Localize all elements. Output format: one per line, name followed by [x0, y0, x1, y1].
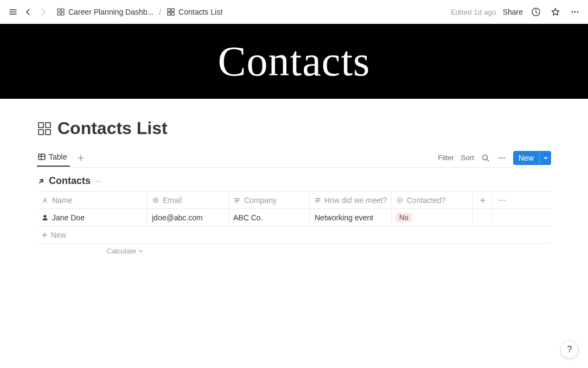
breadcrumb-sep: /	[159, 8, 161, 16]
col-how-label: How did we meet?	[324, 196, 387, 205]
calculate-label: Calculate	[107, 247, 136, 255]
col-company[interactable]: Company	[229, 192, 310, 208]
svg-rect-3	[61, 12, 64, 15]
cover: Contacts	[0, 24, 588, 99]
topbar-right: Edited 1d ago Share	[451, 5, 581, 18]
svg-rect-14	[39, 130, 43, 135]
hamburger-icon[interactable]	[7, 5, 20, 18]
more-icon[interactable]	[568, 5, 581, 18]
svg-point-29	[504, 199, 505, 200]
page-body: Contacts List Table Filter Sort New	[0, 99, 588, 255]
page-title[interactable]: Contacts List	[57, 118, 168, 138]
calculate-button[interactable]: Calculate	[37, 244, 148, 255]
svg-rect-6	[168, 12, 170, 15]
clock-icon[interactable]	[529, 5, 542, 18]
edited-label: Edited 1d ago	[451, 8, 496, 16]
svg-rect-4	[168, 9, 170, 11]
new-button-label: New	[513, 151, 539, 164]
contacted-tag: No	[396, 213, 412, 222]
svg-point-9	[572, 11, 573, 13]
linked-db-more-icon[interactable]	[94, 176, 104, 186]
svg-rect-0	[57, 9, 60, 11]
search-icon[interactable]	[481, 153, 490, 163]
page-title-icon	[37, 121, 52, 136]
arrow-upright-icon	[37, 177, 46, 186]
add-column-button[interactable]	[473, 192, 493, 208]
svg-rect-2	[57, 12, 60, 15]
help-button[interactable]: ?	[561, 341, 578, 358]
at-prop-icon	[152, 196, 159, 204]
col-name[interactable]: Name	[37, 192, 148, 208]
svg-point-23	[100, 180, 101, 181]
cell-how[interactable]: Networking event	[310, 209, 392, 226]
add-view-button[interactable]	[74, 151, 87, 164]
table: Name Email Company How did we meet?	[37, 191, 551, 244]
cell-email[interactable]: jdoe@abc.com	[148, 209, 229, 226]
cell-empty	[493, 209, 512, 226]
svg-point-22	[98, 180, 99, 181]
svg-point-11	[577, 11, 579, 13]
help-label: ?	[567, 345, 572, 354]
cell-name[interactable]: Jane Doe	[37, 209, 148, 226]
col-email[interactable]: Email	[148, 192, 229, 208]
breadcrumb-parent[interactable]: Career Planning Dashb...	[54, 7, 156, 17]
view-toolbar: Filter Sort New	[438, 148, 551, 167]
share-button[interactable]: Share	[503, 8, 523, 16]
tab-table-label: Table	[49, 153, 67, 161]
dashboard-icon	[56, 8, 65, 16]
col-contacted-label: Contacted?	[407, 196, 446, 205]
plus-icon	[41, 232, 48, 238]
svg-point-17	[482, 155, 487, 160]
chevron-down-icon	[138, 249, 143, 253]
col-name-label: Name	[52, 196, 72, 205]
svg-rect-5	[171, 9, 174, 11]
text-prop-icon	[315, 196, 321, 204]
svg-point-26	[398, 198, 402, 202]
breadcrumb-current[interactable]: Contacts List	[164, 7, 225, 17]
linked-db-title-row: Contacts	[37, 175, 551, 187]
text-prop-icon	[233, 196, 241, 204]
table-icon	[38, 153, 46, 161]
filter-button[interactable]: Filter	[438, 154, 454, 162]
sort-button[interactable]: Sort	[461, 154, 474, 162]
breadcrumb-parent-label: Career Planning Dashb...	[68, 8, 154, 16]
page-title-row: Contacts List	[37, 118, 551, 138]
breadcrumb-current-label: Contacts List	[178, 8, 222, 16]
svg-point-27	[500, 199, 501, 200]
star-icon[interactable]	[549, 5, 562, 18]
col-contacted[interactable]: Contacted?	[392, 192, 473, 208]
svg-point-20	[503, 157, 504, 158]
chevron-down-icon[interactable]	[539, 151, 551, 165]
table-header: Name Email Company How did we meet?	[37, 192, 551, 209]
col-how[interactable]: How did we meet?	[310, 192, 392, 208]
svg-point-19	[501, 157, 502, 158]
linked-db-title[interactable]: Contacts	[49, 175, 91, 187]
cell-company[interactable]: ABC Co.	[229, 209, 310, 226]
forward-button	[37, 5, 50, 18]
svg-rect-15	[46, 130, 50, 135]
cell-name-value: Jane Doe	[52, 213, 85, 222]
table-footer: Calculate	[37, 244, 551, 255]
topbar: Career Planning Dashb... / Contacts List…	[0, 0, 588, 24]
table-row[interactable]: Jane Doe jdoe@abc.com ABC Co. Networking…	[37, 209, 551, 226]
svg-rect-12	[39, 123, 43, 128]
col-company-label: Company	[244, 196, 277, 205]
add-row-button[interactable]: New	[37, 226, 551, 244]
svg-point-10	[574, 11, 576, 13]
cell-email-value: jdoe@abc.com	[152, 213, 203, 222]
view-more-icon[interactable]	[497, 153, 507, 163]
back-button[interactable]	[22, 5, 35, 18]
view-bar: Table Filter Sort New	[37, 148, 551, 168]
svg-point-18	[498, 157, 500, 158]
new-button[interactable]: New	[513, 151, 551, 165]
cell-contacted[interactable]: No	[392, 209, 473, 226]
cell-company-value: ABC Co.	[233, 213, 263, 222]
svg-point-21	[96, 180, 97, 181]
add-row-label: New	[51, 231, 66, 239]
svg-rect-1	[61, 9, 64, 11]
svg-rect-16	[39, 154, 45, 160]
list-page-icon	[167, 8, 175, 16]
table-more-icon[interactable]	[493, 192, 512, 208]
tab-table[interactable]: Table	[37, 149, 70, 167]
person-icon	[41, 214, 49, 221]
